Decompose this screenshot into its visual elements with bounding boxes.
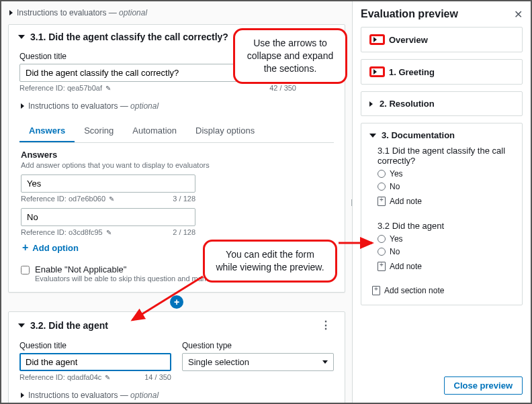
question-header-text: 3.2. Did the agent <box>30 320 108 331</box>
radio-icon <box>378 183 386 191</box>
question-title-label: Question title <box>19 341 171 350</box>
tab-scoring[interactable]: Scoring <box>75 120 123 142</box>
chevron-right-icon <box>21 393 24 398</box>
annotation-arrow <box>337 236 378 250</box>
instructions-expander-q32[interactable]: Instructions to evaluators — optional <box>19 388 334 403</box>
radio-icon <box>378 248 386 256</box>
preview-section-overview[interactable]: Overview <box>361 27 523 52</box>
enable-na-checkbox[interactable] <box>21 266 30 274</box>
evaluation-preview-panel: Evaluation preview ✕ Overview 1. Greetin… <box>352 1 531 403</box>
annotation-highlight <box>369 34 385 45</box>
tab-automation[interactable]: Automation <box>123 120 186 142</box>
preview-radio-no-2[interactable]: No <box>369 247 514 256</box>
question-type-label: Question type <box>182 341 334 350</box>
question-type-select[interactable]: Single selection <box>182 353 334 371</box>
preview-question-3-1: 3.1 Did the agent classify the call corr… <box>369 146 514 166</box>
char-count-3-1: 42 / 350 <box>269 84 296 92</box>
chevron-right-icon <box>373 69 377 74</box>
preview-section-2[interactable]: 2. Resolution <box>361 91 523 116</box>
preview-section-3: 3. Documentation 3.1 Did the agent class… <box>361 123 523 305</box>
note-icon <box>372 286 380 295</box>
note-icon <box>378 197 386 206</box>
chevron-down-icon <box>18 323 25 327</box>
preview-radio-yes-2[interactable]: Yes <box>369 234 514 244</box>
question-tabs-3-1: Answers Scoring Automation Display optio… <box>19 120 334 143</box>
chevron-right-icon <box>21 103 24 109</box>
add-note-button[interactable]: Add note <box>369 197 514 206</box>
preview-title: Evaluation preview <box>361 8 523 20</box>
preview-section-3-header[interactable]: 3. Documentation <box>369 130 514 140</box>
annotation-highlight <box>369 66 385 77</box>
answers-subtext: Add answer options that you want to disp… <box>21 161 332 169</box>
annotation-callout-1: Use the arrows to collapse and expand th… <box>233 28 347 84</box>
annotation-arrow <box>126 273 206 327</box>
radio-icon <box>378 170 386 178</box>
more-options-icon[interactable]: ⋮ <box>316 319 335 332</box>
question-title-input-3-2[interactable] <box>19 353 171 371</box>
preview-section-1[interactable]: 1. Greeting <box>361 59 523 85</box>
chevron-down-icon <box>322 360 328 364</box>
tab-answers[interactable]: Answers <box>19 120 75 142</box>
tab-display-options[interactable]: Display options <box>186 120 264 142</box>
char-count-3-2: 14 / 350 <box>144 373 171 381</box>
char-count-opt2: 2 / 128 <box>173 228 195 236</box>
optional-label: optional <box>119 8 147 17</box>
note-icon <box>378 262 386 271</box>
answers-heading: Answers <box>21 150 332 160</box>
chevron-right-icon <box>369 101 373 107</box>
svg-line-1 <box>132 276 203 320</box>
chevron-right-icon <box>9 10 13 15</box>
question-header-text: 3.1. Did the agent classify the call cor… <box>30 32 228 42</box>
answer-option-2-input[interactable] <box>21 208 195 226</box>
answer-option-1-input[interactable] <box>21 174 195 193</box>
preview-radio-yes[interactable]: Yes <box>369 169 514 179</box>
annotation-callout-2: You can edit the form while viewing the … <box>203 240 337 283</box>
reference-id-opt2: Reference ID: o3cd8fc95 ✎ <box>21 228 112 236</box>
edit-icon[interactable]: ✎ <box>105 85 111 92</box>
close-icon[interactable]: ✕ <box>514 8 523 21</box>
char-count-opt1: 3 / 128 <box>173 195 195 203</box>
reference-id-3-2: Reference ID: qdadfa04c ✎ <box>19 373 110 381</box>
edit-icon[interactable]: ✎ <box>106 229 112 236</box>
chevron-down-icon <box>369 134 376 138</box>
reference-id-3-1: Reference ID: qea57b0af ✎ <box>19 84 111 92</box>
preview-question-3-2: 3.2 Did the agent <box>369 221 514 231</box>
reference-id-opt1: Reference ID: od7e6b060 ✎ <box>21 195 114 203</box>
preview-radio-no[interactable]: No <box>369 182 514 191</box>
instructions-expander-top[interactable]: Instructions to evaluators — optional <box>8 5 345 20</box>
chevron-down-icon <box>18 35 25 39</box>
add-section-note-button[interactable]: Add section note <box>369 286 514 295</box>
plus-icon: + <box>22 242 28 254</box>
instructions-expander-q31[interactable]: Instructions to evaluators — optional <box>19 99 334 113</box>
edit-icon[interactable]: ✎ <box>109 195 114 203</box>
chevron-right-icon <box>373 37 377 42</box>
radio-icon <box>378 235 386 243</box>
edit-icon[interactable]: ✎ <box>105 374 110 381</box>
add-note-button-2[interactable]: Add note <box>369 262 514 271</box>
instructions-label: Instructions to evaluators — <box>17 8 117 17</box>
close-preview-button[interactable]: Close preview <box>444 376 523 395</box>
